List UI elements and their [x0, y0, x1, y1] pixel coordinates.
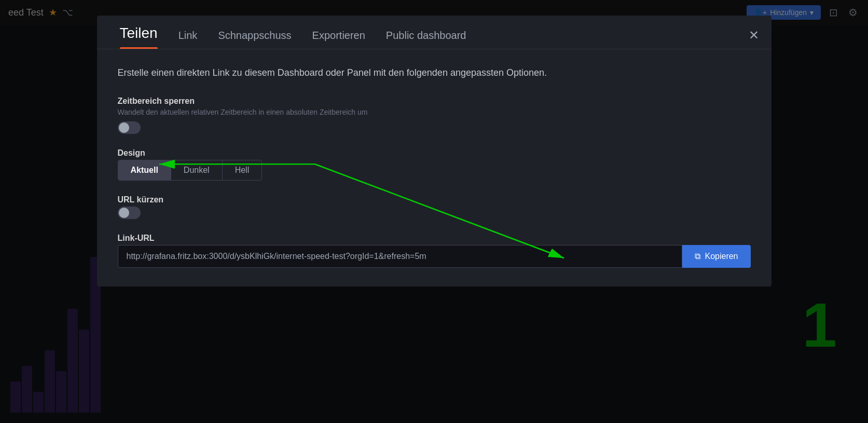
- design-section: Design Aktuell Dunkel Hell: [118, 148, 751, 181]
- zeitbereich-sublabel: Wandelt den aktuellen relativen Zeitbere…: [118, 108, 751, 116]
- theme-btn-hell[interactable]: Hell: [223, 160, 262, 180]
- zeitbereich-section: Zeitbereich sperren Wandelt den aktuelle…: [118, 97, 751, 134]
- url-row: ⧉ Kopieren: [118, 245, 751, 268]
- copy-button-label: Kopieren: [705, 252, 738, 261]
- theme-btn-dunkel[interactable]: Dunkel: [171, 160, 223, 180]
- toggle-knob-2: [119, 208, 129, 218]
- copy-icon: ⧉: [695, 252, 700, 261]
- toggle-knob: [119, 122, 129, 133]
- zeitbereich-toggle[interactable]: [118, 121, 141, 134]
- modal-tab-bar: Teilen Link Schnappschuss Exportieren Pu…: [97, 16, 771, 49]
- link-url-label: Link-URL: [118, 234, 751, 243]
- tab-teilen[interactable]: Teilen: [109, 16, 168, 49]
- url-kurzen-toggle-wrap: [118, 207, 751, 219]
- zeitbereich-label: Zeitbereich sperren: [118, 97, 751, 106]
- url-kurzen-toggle[interactable]: [118, 207, 141, 219]
- theme-group: Aktuell Dunkel Hell: [118, 160, 263, 181]
- url-input[interactable]: [118, 245, 683, 268]
- share-modal: Teilen Link Schnappschuss Exportieren Pu…: [97, 16, 771, 286]
- link-url-section: Link-URL ⧉ Kopieren: [118, 234, 751, 268]
- tab-link[interactable]: Link: [168, 20, 208, 49]
- tab-public-dashboard[interactable]: Public dashboard: [376, 20, 477, 49]
- modal-description: Erstelle einen direkten Link zu diesem D…: [118, 66, 751, 80]
- url-kurzen-section: URL kürzen: [118, 195, 751, 219]
- url-kurzen-label: URL kürzen: [118, 195, 751, 204]
- theme-btn-aktuell[interactable]: Aktuell: [118, 160, 171, 180]
- close-button[interactable]: ✕: [749, 20, 759, 49]
- modal-body: Erstelle einen direkten Link zu diesem D…: [97, 49, 771, 286]
- modal-overlay: Teilen Link Schnappschuss Exportieren Pu…: [0, 0, 868, 423]
- zeitbereich-toggle-wrap: [118, 121, 751, 134]
- design-label: Design: [118, 148, 751, 158]
- tab-exportieren[interactable]: Exportieren: [302, 20, 376, 49]
- tab-schnappschuss[interactable]: Schnappschuss: [208, 20, 301, 49]
- copy-button[interactable]: ⧉ Kopieren: [682, 245, 750, 268]
